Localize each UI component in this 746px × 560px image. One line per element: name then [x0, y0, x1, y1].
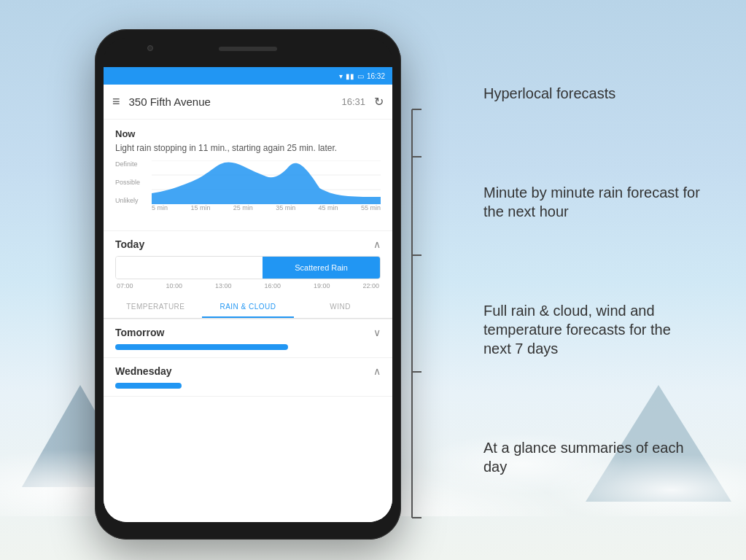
- hour-13: 13:00: [215, 282, 232, 289]
- feature-minute-text: Minute by minute rain forecast for the n…: [483, 183, 702, 221]
- app-title: 350 Fifth Avenue: [129, 96, 333, 108]
- chart-x-35: 35 min: [276, 204, 295, 219]
- tomorrow-title: Tomorrow: [115, 327, 164, 338]
- feature-glance-text: At a glance summaries of each day: [483, 438, 702, 476]
- rain-label: Scattered Rain: [295, 263, 348, 272]
- chart-y-possible: Possible: [115, 179, 152, 186]
- tomorrow-bar-container: [104, 344, 392, 357]
- wednesday-title: Wednesday: [115, 365, 172, 377]
- speaker-grille: [219, 47, 277, 51]
- today-section: Today ∧ Scattered Rain 07:00 10:00: [104, 231, 392, 319]
- chart-y-labels: Definite Possible Unlikely: [115, 160, 152, 204]
- wednesday-header[interactable]: Wednesday ∧: [104, 358, 392, 383]
- timeline-rain: Scattered Rain: [263, 257, 380, 279]
- status-time: 16:32: [367, 72, 385, 80]
- rain-chart: Definite Possible Unlikely: [115, 160, 381, 219]
- chart-x-15: 15 min: [190, 204, 210, 219]
- tomorrow-chevron[interactable]: ∨: [373, 327, 381, 338]
- wednesday-section: Wednesday ∧: [104, 358, 392, 397]
- feature-minute: Minute by minute rain forecast for the n…: [483, 183, 702, 221]
- chart-x-5: 5 min: [152, 204, 168, 219]
- now-label: Now: [115, 128, 381, 139]
- right-panel: Hyperlocal forecasts Minute by minute ra…: [469, 0, 717, 560]
- chart-y-definite: Definite: [115, 160, 152, 168]
- hour-07: 07:00: [117, 282, 133, 289]
- tomorrow-bar: [115, 344, 288, 350]
- hour-22: 22:00: [362, 282, 379, 289]
- now-description: Light rain stopping in 11 min., starting…: [115, 142, 381, 155]
- tab-wind[interactable]: WIND: [294, 295, 386, 318]
- tomorrow-header[interactable]: Tomorrow ∨: [104, 319, 392, 344]
- timeline-bar: Scattered Rain: [115, 256, 381, 279]
- tabs: TEMPERATURE RAIN & CLOUD WIND: [104, 295, 392, 319]
- today-header[interactable]: Today ∧: [104, 231, 392, 256]
- tomorrow-section: Tomorrow ∨: [104, 319, 392, 358]
- tab-temperature[interactable]: TEMPERATURE: [109, 295, 202, 318]
- today-title: Today: [115, 238, 144, 250]
- battery-icon: ▭: [357, 72, 364, 80]
- chart-y-unlikely: Unlikely: [115, 197, 152, 204]
- phone-outer: ▾ ▮▮ ▭ 16:32 ≡ 350 Fifth Avenue 16:31 ↻ …: [95, 29, 401, 540]
- app-bar: ≡ 350 Fifth Avenue 16:31 ↻: [104, 85, 392, 120]
- timeline-hours: 07:00 10:00 13:00 16:00 19:00 22:00: [115, 282, 381, 289]
- now-section: Now Light rain stopping in 11 min., star…: [104, 120, 392, 231]
- chart-x-25: 25 min: [233, 204, 253, 219]
- chart-x-labels: 5 min 15 min 25 min 35 min 45 min 55 min: [152, 204, 381, 219]
- timeline-empty: [116, 257, 263, 279]
- feature-glance: At a glance summaries of each day: [483, 438, 702, 476]
- timeline-container: Scattered Rain 07:00 10:00 13:00 16:00 1…: [104, 256, 392, 295]
- hour-10: 10:00: [166, 282, 182, 289]
- signal-icon: ▮▮: [346, 72, 354, 80]
- phone-top-bar: [104, 38, 392, 67]
- hour-19: 19:00: [314, 282, 330, 289]
- wednesday-bar: [115, 383, 182, 389]
- today-chevron[interactable]: ∧: [373, 238, 381, 250]
- feature-full: Full rain & cloud, wind and temperature …: [483, 301, 702, 358]
- wednesday-bar-container: [104, 383, 392, 396]
- front-camera: [147, 45, 153, 51]
- chart-x-45: 45 min: [319, 204, 338, 219]
- phone-screen: ≡ 350 Fifth Avenue 16:31 ↻ Now Light rai…: [104, 85, 392, 522]
- feature-full-text: Full rain & cloud, wind and temperature …: [483, 301, 702, 358]
- feature-hyperlocal-text: Hyperlocal forecasts: [483, 84, 615, 103]
- feature-hyperlocal: Hyperlocal forecasts: [483, 84, 702, 103]
- app-time: 16:31: [341, 96, 365, 107]
- chart-area: [152, 160, 381, 204]
- bracket-svg: [401, 102, 423, 525]
- chart-x-55: 55 min: [361, 204, 381, 219]
- scroll-content[interactable]: Now Light rain stopping in 11 min., star…: [104, 120, 392, 522]
- status-icons: ▾ ▮▮ ▭ 16:32: [339, 72, 385, 80]
- hour-16: 16:00: [264, 282, 281, 289]
- status-bar: ▾ ▮▮ ▭ 16:32: [104, 67, 392, 85]
- phone: ▾ ▮▮ ▭ 16:32 ≡ 350 Fifth Avenue 16:31 ↻ …: [95, 29, 401, 540]
- tab-rain-cloud[interactable]: RAIN & CLOUD: [202, 295, 295, 318]
- wednesday-chevron[interactable]: ∧: [373, 365, 381, 377]
- wifi-icon: ▾: [339, 72, 343, 80]
- menu-button[interactable]: ≡: [112, 94, 120, 109]
- refresh-button[interactable]: ↻: [374, 95, 384, 109]
